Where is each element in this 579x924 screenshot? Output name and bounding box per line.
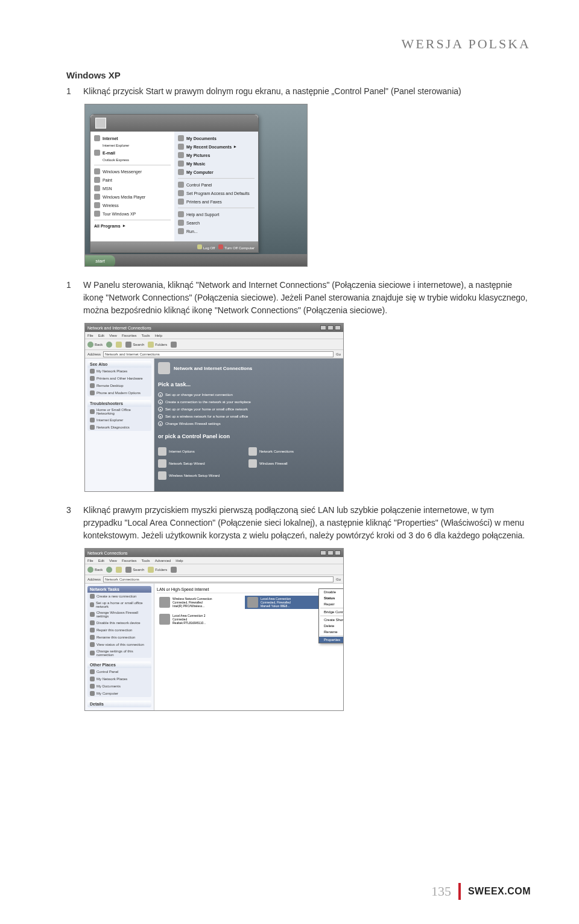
- start-item[interactable]: Windows Media Player: [92, 193, 173, 201]
- start-button[interactable]: start: [85, 255, 115, 267]
- menu-tools[interactable]: Tools: [142, 559, 150, 562]
- sidebar-item[interactable]: Control Panel: [87, 668, 151, 675]
- sidebar-item[interactable]: Rename this connection: [87, 634, 151, 641]
- up-button[interactable]: [116, 567, 122, 573]
- sidebar-item[interactable]: My Documents: [87, 683, 151, 690]
- start-item[interactable]: My Music: [176, 159, 257, 168]
- sidebar-item[interactable]: Disable this network device: [87, 619, 151, 626]
- sidebar-item[interactable]: Change settings of this connection: [87, 648, 151, 658]
- start-item-internet[interactable]: Internet: [92, 134, 173, 142]
- start-item[interactable]: Tour Windows XP: [92, 209, 173, 218]
- start-item[interactable]: Wireless: [92, 201, 173, 209]
- sidebar-item[interactable]: Repair this connection: [87, 626, 151, 634]
- start-item[interactable]: Printers and Faxes: [176, 197, 257, 206]
- folders-button[interactable]: Folders: [148, 567, 167, 573]
- task-link[interactable]: ▸Set up or change your Internet connecti…: [158, 391, 340, 398]
- context-status[interactable]: Status: [319, 595, 344, 601]
- connection-item-selected[interactable]: Local Area Connection Connected, Firewal…: [245, 596, 329, 609]
- search-button[interactable]: Search: [125, 342, 144, 348]
- start-item[interactable]: Set Program Access and Defaults: [176, 189, 257, 197]
- sidebar-item[interactable]: My Computer: [87, 690, 151, 697]
- sidebar-item[interactable]: Printers and Other Hardware: [87, 375, 151, 382]
- cp-icon-link[interactable]: Network Connections: [248, 445, 321, 457]
- context-repair[interactable]: Repair: [319, 601, 344, 607]
- back-button[interactable]: Back: [87, 567, 103, 573]
- search-button[interactable]: Search: [125, 567, 144, 573]
- minimize-button[interactable]: [320, 550, 326, 555]
- start-item-email[interactable]: E-mail: [92, 148, 173, 157]
- context-shortcut[interactable]: Create Shortcut: [319, 617, 344, 623]
- close-button[interactable]: [335, 550, 341, 555]
- sidebar-item[interactable]: Set up a home or small office network: [87, 600, 151, 610]
- start-item[interactable]: My Computer: [176, 168, 257, 176]
- task-link[interactable]: ▸Set up or change your home or small off…: [158, 406, 340, 413]
- sidebar-item[interactable]: Remote Desktop: [87, 382, 151, 389]
- context-rename[interactable]: Rename: [319, 629, 344, 635]
- context-delete[interactable]: Delete: [319, 623, 344, 629]
- task-link[interactable]: ▸Change Windows Firewall settings: [158, 420, 340, 427]
- menu-favorites[interactable]: Favorites: [122, 334, 137, 337]
- sidebar-item[interactable]: View status of this connection: [87, 641, 151, 648]
- cp-icon-link[interactable]: Windows Firewall: [248, 457, 321, 470]
- sidebar-item[interactable]: Create a new connection: [87, 593, 151, 600]
- go-button[interactable]: Go: [336, 352, 341, 356]
- menu-tools[interactable]: Tools: [142, 334, 150, 337]
- menu-file[interactable]: File: [87, 559, 93, 562]
- start-item[interactable]: Help and Support: [176, 210, 257, 218]
- maximize-button[interactable]: [327, 550, 334, 555]
- close-button[interactable]: [335, 325, 341, 330]
- context-bridge[interactable]: Bridge Connections: [319, 609, 344, 615]
- start-item[interactable]: Paint: [92, 176, 173, 184]
- back-button[interactable]: Back: [87, 342, 103, 348]
- sidebar-item[interactable]: Home or Small Office Networking: [87, 407, 151, 416]
- menu-view[interactable]: View: [109, 334, 117, 337]
- go-button[interactable]: Go: [336, 578, 341, 581]
- menu-help[interactable]: Help: [155, 334, 162, 337]
- lan-connection-icon: [247, 597, 258, 608]
- turnoff-button[interactable]: Turn Off Computer: [218, 244, 255, 250]
- sidebar-item[interactable]: Network Diagnostics: [87, 424, 151, 431]
- sidebar-item[interactable]: My Network Places: [87, 675, 151, 683]
- start-item[interactable]: MSN: [92, 184, 173, 193]
- forward-button[interactable]: [106, 567, 112, 573]
- views-button[interactable]: [171, 567, 177, 573]
- all-programs[interactable]: All Programs▸: [92, 222, 173, 229]
- connection-item[interactable]: Local Area Connection 2 Connected Realte…: [157, 613, 241, 626]
- cp-icon-link[interactable]: Network Setup Wizard: [158, 457, 230, 470]
- up-button[interactable]: [116, 342, 122, 348]
- start-item[interactable]: My Documents: [176, 134, 257, 142]
- start-item[interactable]: Windows Messenger: [92, 167, 173, 176]
- connection-item[interactable]: Wireless Network Connection Connected, F…: [157, 596, 241, 609]
- folders-button[interactable]: Folders: [148, 342, 167, 348]
- task-link[interactable]: ▸Set up a wireless network for a home or…: [158, 413, 340, 420]
- menu-file[interactable]: File: [87, 334, 93, 337]
- control-panel-icon: [178, 182, 184, 188]
- logoff-button[interactable]: Log Off: [197, 244, 215, 250]
- menu-edit[interactable]: Edit: [98, 334, 104, 337]
- context-disable[interactable]: Disable: [319, 589, 344, 595]
- sidebar-item[interactable]: Change Windows Firewall settings: [87, 610, 151, 619]
- sidebar-item[interactable]: Internet Explorer: [87, 416, 151, 424]
- start-item[interactable]: My Pictures: [176, 151, 257, 159]
- start-item[interactable]: Run...: [176, 227, 257, 235]
- start-item[interactable]: Search: [176, 218, 257, 227]
- task-link[interactable]: ▸Create a connection to the network at y…: [158, 398, 340, 406]
- context-properties[interactable]: Properties: [319, 637, 344, 643]
- forward-button[interactable]: [106, 342, 112, 348]
- minimize-button[interactable]: [320, 325, 326, 330]
- cp-icon-link[interactable]: Internet Options: [158, 445, 230, 457]
- address-input[interactable]: Network Connections: [103, 576, 334, 582]
- menu-favorites[interactable]: Favorites: [122, 559, 137, 562]
- menu-advanced[interactable]: Advanced: [155, 559, 171, 562]
- start-item[interactable]: My Recent Documents▸: [176, 142, 257, 151]
- menu-view[interactable]: View: [109, 559, 117, 562]
- menu-help[interactable]: Help: [176, 559, 183, 562]
- views-button[interactable]: [171, 342, 177, 348]
- cp-icon-link[interactable]: Wireless Network Setup Wizard: [158, 470, 230, 482]
- maximize-button[interactable]: [327, 325, 334, 330]
- address-input[interactable]: Network and Internet Connections: [103, 351, 334, 357]
- sidebar-item[interactable]: Phone and Modem Options: [87, 389, 151, 397]
- start-item-control-panel[interactable]: Control Panel: [176, 180, 257, 189]
- menu-edit[interactable]: Edit: [98, 559, 104, 562]
- sidebar-item[interactable]: My Network Places: [87, 368, 151, 375]
